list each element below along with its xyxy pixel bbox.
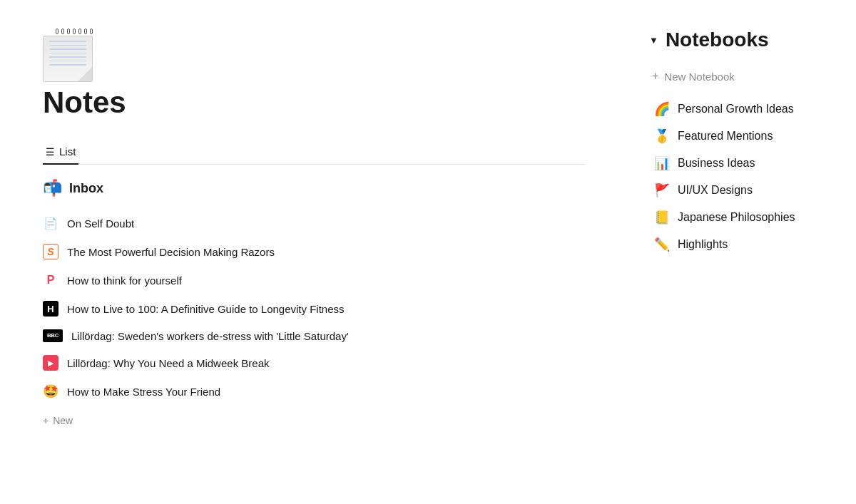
notebook-emoji-6: ✏️ (653, 237, 671, 252)
notebook-name-6: Highlights (678, 238, 728, 251)
notebook-body (43, 36, 93, 82)
notebook-emoji-1: 🌈 (653, 101, 671, 117)
inbox-header: 📬 Inbox (43, 179, 585, 197)
list-icon: ☰ (46, 146, 55, 158)
coil-2 (61, 29, 64, 34)
bbc-icon: BBC (43, 329, 63, 342)
note-title-2: The Most Powerful Decision Making Razors (67, 246, 275, 258)
note-item-5[interactable]: BBC Lillördag: Sweden's workers de-stres… (43, 323, 585, 349)
coil-1 (56, 29, 58, 34)
coil-4 (73, 29, 76, 34)
pocket-icon: P (43, 272, 58, 288)
notebook-name-3: Business Ideas (678, 157, 755, 170)
doc-icon: 📄 (43, 215, 58, 231)
notebook-name-2: Featured Mentions (678, 130, 773, 143)
inbox-emoji: 📬 (43, 179, 62, 197)
app-icon (43, 29, 100, 86)
notebook-emoji-3: 📊 (653, 155, 671, 171)
notebook-item-3[interactable]: 📊 Business Ideas (649, 150, 835, 177)
notebook-lines (44, 36, 92, 73)
notebook-emoji-2: 🥇 (653, 128, 671, 144)
line-1 (49, 41, 86, 42)
right-sidebar: ▼ Notebooks + New Notebook 🌈 Personal Gr… (628, 0, 856, 504)
note-title-6: Lillördag: Why You Need a Midweek Break (67, 357, 270, 369)
note-title-4: How to Live to 100: A Definitive Guide t… (67, 303, 345, 315)
note-title-3: How to think for yourself (67, 274, 182, 287)
medium-icon: H (43, 301, 58, 317)
notebook-item-2[interactable]: 🥇 Featured Mentions (649, 123, 835, 150)
notebook-list: 🌈 Personal Growth Ideas 🥇 Featured Menti… (649, 96, 835, 258)
add-new-label: New (53, 415, 73, 426)
app-container: Notes ☰ List 📬 Inbox 📄 On Self Doubt S T… (0, 0, 856, 504)
spiral-coils (43, 29, 96, 34)
line-3 (49, 48, 86, 50)
notebook-item-5[interactable]: 📒 Japanese Philosophies (649, 204, 835, 231)
line-4 (49, 53, 86, 54)
line-5 (49, 56, 86, 58)
notebook-illustration (43, 29, 96, 86)
note-item-7[interactable]: 🤩 How to Make Stress Your Friend (43, 377, 585, 406)
notes-list: 📄 On Self Doubt S The Most Powerful Deci… (43, 209, 585, 406)
note-item-3[interactable]: P How to think for yourself (43, 266, 585, 294)
note-title-5: Lillördag: Sweden's workers de-stress wi… (71, 330, 349, 342)
inbox-label: Inbox (69, 181, 103, 196)
coil-6 (84, 29, 87, 34)
notebook-name-1: Personal Growth Ideas (678, 103, 794, 115)
note-title-1: On Self Doubt (67, 217, 134, 230)
notebook-name-5: Japanese Philosophies (678, 211, 795, 224)
chevron-down-icon: ▼ (649, 35, 658, 46)
substack-icon: S (43, 244, 58, 259)
emoji-icon: 🤩 (43, 384, 58, 399)
plus-icon: + (652, 70, 658, 83)
notebook-name-4: UI/UX Designs (678, 184, 753, 197)
line-2 (49, 45, 86, 46)
pocket-red-icon: ▶ (43, 355, 58, 371)
notebook-item-4[interactable]: 🚩 UI/UX Designs (649, 177, 835, 204)
note-item-4[interactable]: H How to Live to 100: A Definitive Guide… (43, 294, 585, 323)
plus-icon: + (43, 415, 49, 426)
view-tabs: ☰ List (43, 140, 585, 165)
notebook-emoji-5: 📒 (653, 210, 671, 225)
tab-list-label: List (59, 145, 76, 158)
line-7 (49, 64, 86, 66)
page-title: Notes (43, 86, 585, 120)
notebook-emoji-4: 🚩 (653, 182, 671, 198)
notebooks-section: ▼ Notebooks + New Notebook 🌈 Personal Gr… (649, 29, 835, 258)
coil-5 (78, 29, 81, 34)
note-title-7: How to Make Stress Your Friend (67, 386, 220, 398)
tab-list[interactable]: ☰ List (43, 140, 78, 165)
note-item-6[interactable]: ▶ Lillördag: Why You Need a Midweek Brea… (43, 349, 585, 377)
note-item-1[interactable]: 📄 On Self Doubt (43, 209, 585, 237)
notebook-item-6[interactable]: ✏️ Highlights (649, 231, 835, 258)
coil-3 (67, 29, 70, 34)
note-item-2[interactable]: S The Most Powerful Decision Making Razo… (43, 237, 585, 266)
new-notebook-label: New Notebook (664, 71, 734, 83)
add-new-button[interactable]: + New (43, 408, 585, 433)
notebooks-title: Notebooks (666, 29, 769, 51)
main-content: Notes ☰ List 📬 Inbox 📄 On Self Doubt S T… (0, 0, 628, 504)
notebooks-header: ▼ Notebooks (649, 29, 835, 51)
coil-7 (90, 29, 93, 34)
line-6 (49, 61, 86, 62)
notebook-item-1[interactable]: 🌈 Personal Growth Ideas (649, 96, 835, 123)
new-notebook-button[interactable]: + New Notebook (652, 66, 835, 87)
